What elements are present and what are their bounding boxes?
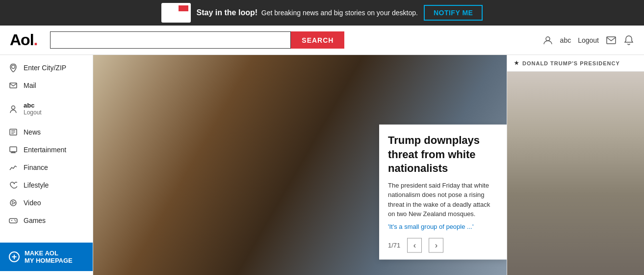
make-homepage-line2: MY HOMEPAGE bbox=[25, 257, 73, 264]
sidebar: Enter City/ZIP Mail abc Logout bbox=[0, 55, 93, 275]
sidebar-label-lifestyle: Lifestyle bbox=[24, 181, 49, 189]
search-input[interactable] bbox=[50, 31, 291, 49]
lifestyle-icon bbox=[9, 181, 18, 190]
hero-card-desc: The president said Friday that white nat… bbox=[388, 180, 498, 219]
hero-prev-button[interactable]: ‹ bbox=[407, 238, 422, 252]
header-username: abc bbox=[560, 36, 571, 44]
finance-icon bbox=[9, 163, 18, 172]
hero-card-nav: 1/71 ‹ › bbox=[388, 238, 498, 252]
header-mail-icon[interactable] bbox=[606, 35, 617, 46]
main-layout: Enter City/ZIP Mail abc Logout bbox=[0, 55, 644, 275]
svg-point-18 bbox=[15, 220, 16, 221]
notification-text: Stay in the loop! Get breaking news and … bbox=[197, 8, 418, 17]
hero-overlay-card: Trump downplays threat from white nation… bbox=[379, 125, 507, 260]
sidebar-user-section: abc Logout bbox=[24, 99, 51, 119]
notify-me-button[interactable]: NOTIFY ME bbox=[424, 5, 483, 21]
svg-point-0 bbox=[546, 37, 550, 41]
sidebar-label-news: News bbox=[24, 128, 41, 136]
user-sidebar-icon bbox=[9, 105, 18, 113]
svg-rect-3 bbox=[10, 83, 17, 88]
sidebar-label-mail: Mail bbox=[24, 82, 36, 89]
header-right: abc Logout bbox=[542, 35, 634, 46]
right-panel-header: DONALD TRUMP'S PRESIDENCY bbox=[507, 55, 644, 72]
sidebar-item-finance[interactable]: Finance bbox=[0, 159, 93, 176]
video-icon bbox=[9, 198, 18, 207]
sidebar-label-games: Games bbox=[24, 217, 46, 224]
news-icon bbox=[9, 128, 18, 137]
svg-point-4 bbox=[12, 106, 15, 109]
notification-icon bbox=[161, 3, 191, 23]
sidebar-item-entertainment[interactable]: Entertainment bbox=[0, 141, 93, 159]
sidebar-label-city-zip: Enter City/ZIP bbox=[24, 64, 66, 72]
hero-card-link[interactable]: 'It's a small group of people ...' bbox=[388, 222, 498, 230]
search-button[interactable]: SEARCH bbox=[291, 31, 344, 49]
sidebar-item-news[interactable]: News bbox=[0, 123, 93, 141]
aol-logo: Aol. bbox=[10, 31, 37, 49]
plus-icon: + bbox=[9, 251, 20, 262]
notification-cta: Stay in the loop! bbox=[197, 8, 258, 17]
svg-marker-13 bbox=[12, 201, 15, 204]
svg-point-2 bbox=[12, 65, 15, 69]
sidebar-item-mail[interactable]: Mail bbox=[0, 77, 93, 94]
make-homepage-button[interactable]: + MAKE AOL MY HOMEPAGE bbox=[0, 243, 93, 271]
right-panel-image bbox=[507, 72, 644, 275]
right-panel: DONALD TRUMP'S PRESIDENCY bbox=[507, 55, 644, 275]
sidebar-item-user[interactable]: abc Logout bbox=[0, 94, 93, 123]
make-homepage-line1: MAKE AOL bbox=[25, 249, 73, 257]
hero-carousel: Trump downplays threat from white nation… bbox=[93, 55, 507, 275]
header-bell-icon[interactable] bbox=[623, 35, 634, 46]
make-homepage-text: MAKE AOL MY HOMEPAGE bbox=[25, 249, 73, 264]
header-logout-link[interactable]: Logout bbox=[578, 36, 599, 44]
hero-card-title: Trump downplays threat from white nation… bbox=[388, 134, 498, 176]
sidebar-label-finance: Finance bbox=[24, 164, 48, 171]
mail-icon bbox=[9, 81, 18, 90]
svg-rect-9 bbox=[10, 147, 17, 152]
sidebar-username: abc bbox=[24, 102, 42, 109]
svg-rect-1 bbox=[607, 37, 616, 44]
location-icon bbox=[9, 63, 18, 72]
sidebar-item-video[interactable]: Video bbox=[0, 194, 93, 212]
hero-next-button[interactable]: › bbox=[429, 238, 443, 252]
right-panel-title: DONALD TRUMP'S PRESIDENCY bbox=[522, 60, 620, 66]
notification-bar: Stay in the loop! Get breaking news and … bbox=[0, 0, 644, 26]
user-icon bbox=[542, 35, 553, 46]
entertainment-icon bbox=[9, 145, 18, 154]
sidebar-label-video: Video bbox=[24, 199, 41, 207]
svg-point-17 bbox=[14, 220, 15, 220]
header: Aol. SEARCH abc Logout bbox=[0, 26, 644, 55]
sidebar-logout[interactable]: Logout bbox=[24, 109, 42, 116]
content-area: Trump downplays threat from white nation… bbox=[93, 55, 644, 275]
sidebar-label-entertainment: Entertainment bbox=[24, 146, 66, 154]
sidebar-item-lifestyle[interactable]: Lifestyle bbox=[0, 176, 93, 194]
search-container: SEARCH bbox=[50, 31, 344, 49]
notification-desc: Get breaking news and big stories on you… bbox=[261, 9, 418, 17]
sidebar-item-games[interactable]: Games bbox=[0, 212, 93, 229]
sidebar-item-city-zip[interactable]: Enter City/ZIP bbox=[0, 59, 93, 77]
games-icon bbox=[9, 216, 18, 225]
hero-counter: 1/71 bbox=[388, 242, 400, 249]
